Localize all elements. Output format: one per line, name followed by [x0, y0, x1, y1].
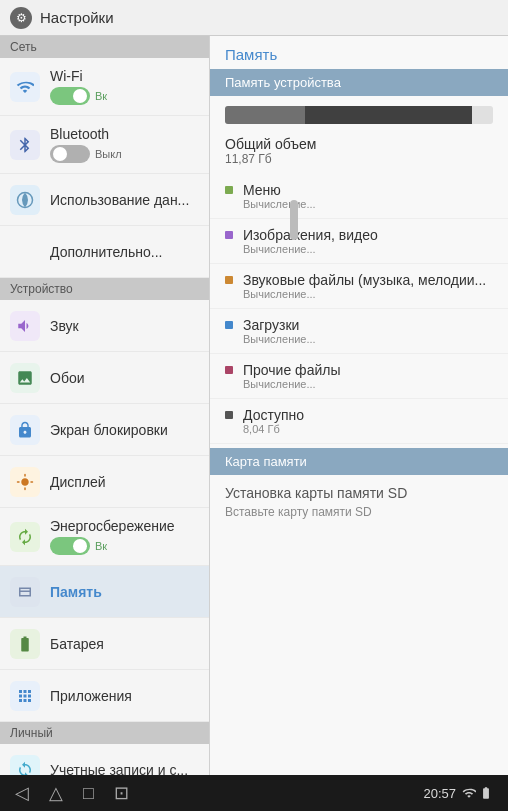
sidebar-item-apps[interactable]: Приложения — [0, 670, 209, 722]
screen-button[interactable]: ⊡ — [114, 782, 129, 804]
sidebar-item-battery[interactable]: Батарея — [0, 618, 209, 670]
other-color-dot — [225, 366, 233, 374]
available-color-dot — [225, 411, 233, 419]
sidebar-item-more[interactable]: Дополнительно... — [0, 226, 209, 278]
battery-icon — [10, 629, 40, 659]
lock-icon — [10, 415, 40, 445]
sidebar: Сеть Wi-Fi Вк Bluetooth — [0, 36, 210, 775]
other-label: Прочие файлы — [243, 362, 340, 378]
images-label: Изображения, видео — [243, 227, 378, 243]
card-hint: Вставьте карту памяти SD — [210, 503, 508, 529]
audio-label: Звуковые файлы (музыка, мелодии... — [243, 272, 486, 288]
available-label: Доступно — [243, 407, 304, 423]
memory-section-title: Память — [210, 36, 508, 69]
power-toggle-area: Энергосбережение Вк — [50, 518, 175, 555]
settings-icon: ⚙ — [10, 7, 32, 29]
status-area: 20:57 — [423, 786, 493, 801]
card-install-label: Установка карты памяти SD — [210, 475, 508, 503]
sidebar-item-bluetooth[interactable]: Bluetooth Выкл — [0, 116, 209, 174]
images-color-dot — [225, 231, 233, 239]
total-label: Общий объем — [225, 136, 493, 152]
sidebar-item-data[interactable]: Использование дан... — [0, 174, 209, 226]
battery-label: Батарея — [50, 636, 104, 652]
audio-info: Звуковые файлы (музыка, мелодии... Вычис… — [243, 272, 486, 300]
storage-bar — [225, 106, 493, 124]
power-icon — [10, 522, 40, 552]
data-label: Использование дан... — [50, 192, 189, 208]
time-display: 20:57 — [423, 786, 456, 801]
bluetooth-label: Bluetooth — [50, 126, 122, 142]
display-icon — [10, 467, 40, 497]
nav-buttons: ◁ △ □ ⊡ — [15, 782, 129, 804]
menu-label: Меню — [243, 182, 316, 198]
data-icon — [10, 185, 40, 215]
main-layout: Сеть Wi-Fi Вк Bluetooth — [0, 36, 508, 775]
sound-icon — [10, 311, 40, 341]
audio-color-dot — [225, 276, 233, 284]
apps-icon — [10, 681, 40, 711]
available-info: Доступно 8,04 Гб — [243, 407, 304, 435]
power-label: Энергосбережение — [50, 518, 175, 534]
back-button[interactable]: ◁ — [15, 782, 29, 804]
memory-label: Память — [50, 584, 102, 600]
downloads-value: Вычисление... — [243, 333, 316, 345]
more-icon — [10, 237, 40, 267]
wallpaper-icon — [10, 363, 40, 393]
section-header-network: Сеть — [0, 36, 209, 58]
sidebar-item-wallpaper[interactable]: Обои — [0, 352, 209, 404]
signal-icon — [462, 786, 476, 800]
images-value: Вычисление... — [243, 243, 378, 255]
bluetooth-icon — [10, 130, 40, 160]
sidebar-item-display[interactable]: Дисплей — [0, 456, 209, 508]
home-button[interactable]: △ — [49, 782, 63, 804]
sidebar-item-accounts[interactable]: Учетные записи и с... — [0, 744, 209, 775]
other-value: Вычисление... — [243, 378, 340, 390]
wifi-toggle-area: Wi-Fi Вк — [50, 68, 107, 105]
storage-row-images[interactable]: Изображения, видео Вычисление... — [210, 219, 508, 264]
apps-label: Приложения — [50, 688, 132, 704]
storage-row-audio[interactable]: Звуковые файлы (музыка, мелодии... Вычис… — [210, 264, 508, 309]
more-label: Дополнительно... — [50, 244, 162, 260]
section-header-personal: Личный — [0, 722, 209, 744]
lockscreen-label: Экран блокировки — [50, 422, 168, 438]
sidebar-item-sound[interactable]: Звук — [0, 300, 209, 352]
sound-label: Звук — [50, 318, 79, 334]
storage-row-downloads[interactable]: Загрузки Вычисление... — [210, 309, 508, 354]
wallpaper-label: Обои — [50, 370, 85, 386]
card-memory-header: Карта памяти — [210, 448, 508, 475]
storage-bar-used — [225, 106, 305, 124]
audio-value: Вычисление... — [243, 288, 486, 300]
top-bar: ⚙ Настройки — [0, 0, 508, 36]
power-toggle[interactable] — [50, 537, 90, 555]
bluetooth-toggle[interactable] — [50, 145, 90, 163]
sidebar-item-power[interactable]: Энергосбережение Вк — [0, 508, 209, 566]
storage-row-available[interactable]: Доступно 8,04 Гб — [210, 399, 508, 444]
menu-info: Меню Вычисление... — [243, 182, 316, 210]
downloads-info: Загрузки Вычисление... — [243, 317, 316, 345]
page-title: Настройки — [40, 9, 114, 26]
menu-value: Вычисление... — [243, 198, 316, 210]
scroll-indicator[interactable] — [290, 200, 298, 240]
memory-icon — [10, 577, 40, 607]
recents-button[interactable]: □ — [83, 783, 94, 804]
storage-bar-used2 — [305, 106, 471, 124]
device-memory-header: Память устройства — [210, 69, 508, 96]
wifi-icon — [10, 72, 40, 102]
sidebar-item-wifi[interactable]: Wi-Fi Вк — [0, 58, 209, 116]
sidebar-item-memory[interactable]: Память — [0, 566, 209, 618]
wifi-toggle-label: Вк — [95, 90, 107, 102]
section-header-device: Устройство — [0, 278, 209, 300]
other-info: Прочие файлы Вычисление... — [243, 362, 340, 390]
storage-row-other[interactable]: Прочие файлы Вычисление... — [210, 354, 508, 399]
sidebar-item-lockscreen[interactable]: Экран блокировки — [0, 404, 209, 456]
power-toggle-label: Вк — [95, 540, 107, 552]
display-label: Дисплей — [50, 474, 106, 490]
bluetooth-toggle-label: Выкл — [95, 148, 122, 160]
accounts-label: Учетные записи и с... — [50, 762, 188, 776]
available-value: 8,04 Гб — [243, 423, 304, 435]
storage-row-menu[interactable]: Меню Вычисление... — [210, 174, 508, 219]
bottom-bar: ◁ △ □ ⊡ 20:57 — [0, 775, 508, 811]
wifi-toggle[interactable] — [50, 87, 90, 105]
menu-color-dot — [225, 186, 233, 194]
downloads-label: Загрузки — [243, 317, 316, 333]
